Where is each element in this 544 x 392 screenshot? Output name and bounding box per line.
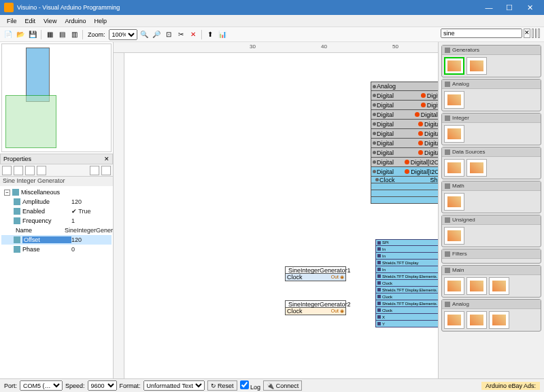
component-item[interactable] [444, 159, 464, 177]
arduino-pin-row[interactable]: DigitalDigital[I2C-SDA][ 18 ]/AnalogIn[ … [371, 158, 439, 167]
arduino-pin-row[interactable]: DigitalDigital[SPI-MISO][ 12 ]Out ◉ [371, 101, 439, 110]
upload-icon[interactable]: ⬆ [205, 29, 216, 40]
layout3-icon[interactable]: ▥ [69, 29, 80, 40]
property-row[interactable]: Offset120 [1, 235, 112, 245]
component-item[interactable] [444, 125, 464, 143]
shield-row[interactable]: In [375, 253, 439, 260]
component-item[interactable] [444, 277, 464, 295]
new-icon[interactable]: 📄 [3, 29, 14, 40]
shield-row[interactable]: Clock [375, 307, 439, 314]
port-select[interactable]: COM5 (… [20, 380, 63, 391]
prop-btn-4[interactable] [37, 166, 46, 175]
menu-edit[interactable]: Edit [21, 16, 40, 26]
property-row[interactable]: Phase0 [1, 245, 112, 254]
shield-row[interactable]: In [375, 246, 439, 253]
prop-btn-3[interactable] [25, 166, 35, 175]
save-icon[interactable]: 💾 [27, 29, 38, 40]
layout1-icon[interactable]: ▦ [44, 29, 55, 40]
minimize-button[interactable]: — [479, 0, 499, 15]
generator-block[interactable]: SineIntegerGenerator1 ClockOut ◉ [285, 266, 346, 281]
shield-row[interactable]: SPI [375, 239, 439, 246]
menu-view[interactable]: View [39, 16, 61, 26]
arduino-pin-row[interactable]: DigitalDigital[SPI-MOSI][ 11 ]Out ◉ [371, 91, 439, 101]
layout2-icon[interactable]: ▤ [56, 29, 67, 40]
shield-row[interactable]: Shields.TFT Display [375, 260, 439, 266]
arduino-pin-row[interactable]: ClockShields.TFT Display.Touch [371, 177, 439, 183]
prop-group[interactable]: − Miscellaneous [1, 188, 112, 197]
shield-row[interactable]: Clock [375, 280, 439, 287]
menu-help[interactable]: Help [90, 16, 111, 26]
open-icon[interactable]: 📂 [15, 29, 26, 40]
shield-row[interactable]: Shields.TFT Display.Elements.Draw Bitmap… [375, 300, 439, 307]
collapse-icon[interactable]: − [4, 190, 10, 196]
speed-select[interactable]: 9600 [88, 380, 117, 391]
shield-row[interactable]: Clock [375, 293, 439, 300]
reset-button[interactable]: ↻ Reset [207, 380, 237, 391]
shield-row[interactable]: In [375, 266, 439, 273]
monitor-icon[interactable]: 📊 [217, 29, 228, 40]
properties-close-icon[interactable]: ✕ [104, 156, 109, 162]
arduino-pin-row[interactable]: DigitalDigital[ 16 ]/AnalogIn[ 2 ]Out ◉ [371, 139, 439, 148]
arduino-pin-row[interactable]: Pressure ◉ [371, 197, 439, 204]
cut-icon[interactable]: ✂ [175, 29, 186, 40]
prop-btn-6[interactable] [101, 166, 111, 175]
arduino-block[interactable]: Analog ◉DigitalDigital[SPI-MOSI][ 11 ]Ou… [371, 82, 439, 204]
shield-row[interactable]: Shields.TFT Display.Elements.Draw Text2 [375, 287, 439, 293]
arduino-pin-row[interactable]: DigitalDigital[I2C-SCL][ 19 ]/AnalogIn[ … [371, 167, 439, 177]
shield-block[interactable]: SPIInInShields.TFT DisplayInShields.TFT … [375, 239, 439, 327]
component-item[interactable] [466, 277, 487, 295]
property-row[interactable]: Frequency1 [1, 216, 112, 226]
component-item[interactable] [489, 311, 509, 329]
category-header[interactable]: Integer [442, 113, 541, 123]
delete-icon[interactable]: ✕ [188, 29, 199, 40]
component-item[interactable] [466, 159, 487, 177]
prop-btn-2[interactable] [14, 166, 23, 175]
category-header[interactable]: Analog [442, 300, 541, 309]
category-header[interactable]: Generators [442, 46, 541, 55]
category-header[interactable]: Math [442, 181, 541, 191]
component-item[interactable] [444, 193, 464, 211]
menu-arduino[interactable]: Arduino [61, 16, 90, 26]
arduino-pin-row[interactable]: DigitalDigital[LED][SPI-SCK][ 13 ]Out ◉ [371, 110, 439, 120]
shield-row[interactable]: Y [375, 321, 439, 327]
generator-block[interactable]: SineIntegerGenerator2 ClockOut ◉ [285, 300, 346, 315]
category-header[interactable]: Main [442, 266, 541, 275]
component-item[interactable] [444, 311, 464, 329]
component-item[interactable] [466, 57, 487, 75]
zoomfit-icon[interactable]: ⊡ [163, 29, 174, 40]
component-item[interactable] [444, 91, 464, 109]
design-canvas[interactable]: 30 40 50 SineIntegerGenerator1 ClockOut … [114, 42, 439, 378]
component-item[interactable] [444, 57, 464, 75]
properties-tree[interactable]: − Miscellaneous Amplitude120Enabled✔ Tru… [0, 186, 113, 378]
arduino-pin-row[interactable]: X ◉ [371, 183, 439, 190]
shield-row[interactable]: Shields.TFT Display.Elements.Draw Text1 [375, 273, 439, 280]
log-checkbox[interactable]: Log [240, 380, 261, 391]
close-button[interactable]: ✕ [520, 0, 540, 15]
arduino-pin-row[interactable]: DigitalDigital[ 17 ]/AnalogIn[ 3 ]Out ◉ [371, 148, 439, 158]
arduino-pin-row[interactable]: Y ◉ [371, 190, 439, 197]
category-header[interactable]: Analog [442, 79, 541, 89]
connect-button[interactable]: 🔌 Connect [263, 380, 302, 391]
overview-map[interactable] [1, 43, 112, 152]
category-header[interactable]: Unsigned [442, 215, 541, 225]
component-item[interactable] [489, 277, 509, 295]
component-item[interactable] [466, 311, 487, 329]
menu-file[interactable]: File [3, 16, 21, 26]
category-header[interactable]: Data Sources [442, 147, 541, 157]
zoom-select[interactable]: 100% [109, 29, 137, 40]
zoomin-icon[interactable]: 🔍 [139, 29, 150, 40]
maximize-button[interactable]: ☐ [499, 0, 520, 15]
ad-banner[interactable]: Arduino eBay Ads: [481, 382, 540, 390]
property-row[interactable]: Amplitude120 [1, 197, 112, 207]
prop-btn-5[interactable] [90, 166, 99, 175]
prop-btn-1[interactable] [2, 166, 12, 175]
category-header[interactable]: Filters [442, 249, 541, 259]
property-row[interactable]: Enabled✔ True [1, 207, 112, 216]
format-select[interactable]: Unformatted Text [143, 380, 205, 391]
zoomout-icon[interactable]: 🔎 [151, 29, 162, 40]
shield-row[interactable]: X [375, 314, 439, 321]
arduino-pin-row[interactable]: Analog ◉ [371, 82, 439, 91]
arduino-pin-row[interactable]: DigitalDigital[ 15 ]/AnalogIn[ 1 ]Out ◉ [371, 129, 439, 139]
component-item[interactable] [444, 227, 464, 245]
arduino-pin-row[interactable]: DigitalDigital[ 14 ]/AnalogIn[ 0 ]Out ◉ [371, 120, 439, 129]
